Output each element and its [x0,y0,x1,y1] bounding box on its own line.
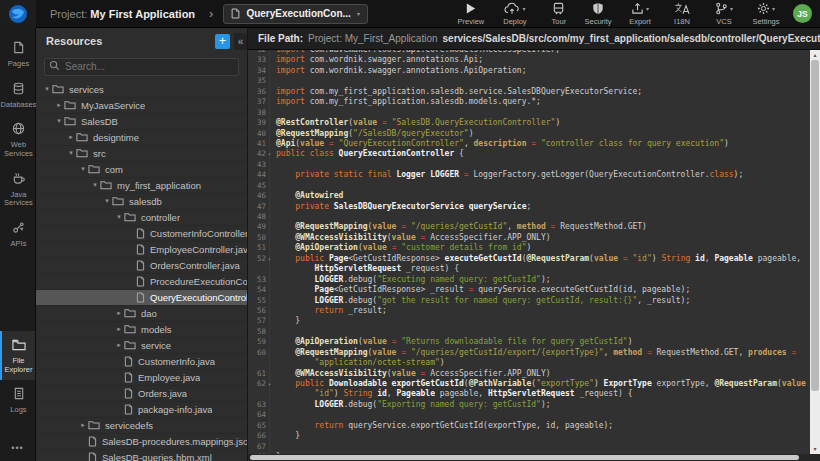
code-line[interactable]: 48 [248,212,810,222]
tree-folder-com[interactable]: ▾com [36,162,247,178]
tree-expand-arrow-icon[interactable]: ▸ [114,309,124,317]
code-line[interactable]: HttpServletRequest _request) { [248,264,810,274]
code-line[interactable]: 33import com.wordnik.swagger.annotations… [248,55,810,65]
code-line[interactable]: 42▾public class QueryExecutionController… [248,149,810,159]
tree-expand-arrow-icon[interactable]: ▸ [114,341,124,349]
tree-file-CustomerInfoController.java[interactable]: CustomerInfoController.java [36,226,247,242]
tree-file-CustomerInfo.java[interactable]: CustomerInfo.java [36,354,247,370]
tree-folder-services[interactable]: ▾services [36,82,247,98]
tree-collapse-arrow-icon[interactable]: ▾ [90,181,100,189]
sidebar-item-file-explorer[interactable]: FileExplorer [0,331,35,380]
sidebar-item-apis[interactable]: APIs [0,214,35,255]
vertical-scrollbar-thumb[interactable] [811,60,819,391]
tree-file-QueryExecutionController.java[interactable]: QueryExecutionController.java [36,290,247,306]
code-line[interactable]: 63 LOGGER.debug("Exporting named query: … [248,400,810,410]
sidebar-item-logs[interactable]: Logs [0,380,35,421]
tree-folder-my_first_application[interactable]: ▾my_first_application [36,178,247,194]
fold-marker-icon[interactable]: ▾ [268,254,271,264]
code-line[interactable]: 51 @ApiOperation(value = "customer detai… [248,243,810,253]
code-line[interactable]: 36import com.my_first_application.salesd… [248,87,810,97]
code-line[interactable]: 46 @Autowired [248,191,810,201]
tree-expand-arrow-icon[interactable]: ▸ [114,325,124,333]
tree-collapse-arrow-icon[interactable]: ▾ [42,85,52,93]
code-line[interactable]: 39@RestController(value = "SalesDB.Query… [248,118,810,128]
code-line[interactable]: 49 @RequestMapping(value = "/queries/get… [248,222,810,232]
code-line[interactable]: 54 Page<GetCustIdResponse> _result = que… [248,285,810,295]
tree-expand-arrow-icon[interactable]: ▸ [78,421,88,429]
tree-folder-MyJavaService[interactable]: ▸MyJavaService [36,98,247,114]
sidebar-item-pages[interactable]: Pages [0,34,35,75]
code-line[interactable]: 41@Api(value = "QueryExecutionController… [248,139,810,149]
code-line[interactable]: 37import com.my_first_application.salesd… [248,97,810,107]
tree-file-Orders.java[interactable]: Orders.java [36,386,247,402]
code-line[interactable]: 47 private SalesDBQueryExecutorService q… [248,202,810,212]
user-avatar[interactable]: JS [793,4,812,23]
code-line[interactable]: 58 [248,327,810,337]
code-line[interactable]: 52▾ public Page<GetCustIdResponse> execu… [248,254,810,264]
code-line[interactable]: 38 [248,108,810,118]
tree-folder-designtime[interactable]: ▸designtime [36,130,247,146]
collapse-panel-button[interactable]: « [234,33,247,50]
tree-expand-arrow-icon[interactable]: ▸ [54,101,64,109]
code-line[interactable]: 40@RequestMapping("/SalesDB/queryExecuto… [248,129,810,139]
code-line[interactable]: 67 [248,442,810,452]
tree-file-ProcedureExecutionController.java[interactable]: ProcedureExecutionController.java [36,274,247,290]
code-line[interactable]: 55 LOGGER.debug("got the result for name… [248,296,810,306]
security-button[interactable]: Security [583,2,613,26]
sidebar-item-web-services[interactable]: WebServices [0,115,35,164]
open-file-dropdown[interactable]: QueryExecutionCon... ▾ [223,4,367,24]
preview-button[interactable]: Preview [456,2,486,26]
code-line[interactable]: 65 return queryService.exportGetCustId(e… [248,421,810,431]
tree-file-EmployeeController.java[interactable]: EmployeeController.java [36,242,247,258]
tree-folder-src[interactable]: ▾src [36,146,247,162]
tree-file-SalesDB-queries.hbm.xml[interactable]: SalesDB-queries.hbm.xml [36,450,247,461]
code-line[interactable]: "application/octet-stream") [248,358,810,368]
i18n-button[interactable]: I18N [667,2,697,26]
tree-folder-controller[interactable]: ▾controller [36,210,247,226]
add-resource-button[interactable]: + [215,34,230,49]
vcs-button[interactable]: ▾VCS [709,2,739,26]
scroll-down-arrow-icon[interactable]: ▾ [810,444,820,454]
tree-collapse-arrow-icon[interactable]: ▾ [102,197,112,205]
code-line[interactable]: 43 [248,160,810,170]
code-line[interactable]: 64 [248,410,810,420]
deploy-button[interactable]: ▾Deploy [500,2,530,26]
code-line[interactable]: 61 @WMAccessVisibility(value = AccessSpe… [248,369,810,379]
code-line[interactable]: 60 @RequestMapping(value = "/queries/get… [248,348,810,358]
code-line[interactable]: 59 @ApiOperation(value = "Returns downlo… [248,337,810,347]
code-line[interactable]: 44 private static final Logger LOGGER = … [248,170,810,180]
search-input[interactable] [44,58,239,76]
export-button[interactable]: ▾Export [625,2,655,26]
fold-marker-icon[interactable]: ▾ [268,379,271,389]
tree-file-Employee.java[interactable]: Employee.java [36,370,247,386]
code-line[interactable]: 66 } [248,431,810,441]
code-line[interactable]: 53 LOGGER.debug("Executing named query: … [248,275,810,285]
code-line[interactable]: 45 [248,181,810,191]
code-line[interactable]: 57 } [248,316,810,326]
code-editor[interactable]: 32import com.wavemaker.tools.api.core.mo… [248,50,820,454]
tree-folder-SalesDB[interactable]: ▾SalesDB [36,114,247,130]
tree-file-package-info.java[interactable]: package-info.java [36,402,247,418]
wavemaker-logo-icon[interactable] [0,0,36,28]
horizontal-scrollbar-thumb[interactable] [250,455,799,460]
sidebar-item-java-services[interactable]: JavaServices [0,165,35,214]
tree-collapse-arrow-icon[interactable]: ▾ [66,149,76,157]
tree-file-OrdersController.java[interactable]: OrdersController.java [36,258,247,274]
sidebar-item-databases[interactable]: Databases [0,75,35,116]
more-options-icon[interactable]: ••• [0,437,35,461]
tree-collapse-arrow-icon[interactable]: ▾ [54,117,64,125]
project-breadcrumb[interactable]: Project: My First Application [50,8,195,20]
tree-folder-salesdb[interactable]: ▾salesdb [36,194,247,210]
tree-expand-arrow-icon[interactable]: ▸ [66,133,76,141]
tree-folder-dao[interactable]: ▸dao [36,306,247,322]
tour-button[interactable]: Tour [544,2,574,26]
fold-marker-icon[interactable]: ▾ [268,149,271,159]
code-line[interactable]: "id") String id, Pageable pageable, Http… [248,389,810,399]
scroll-up-arrow-icon[interactable]: ▴ [810,50,820,60]
code-line[interactable]: 62▾ public Downloadable exportGetCustId(… [248,379,810,389]
tree-folder-service[interactable]: ▸service [36,338,247,354]
code-line[interactable]: 34import com.wordnik.swagger.annotations… [248,66,810,76]
code-line[interactable]: 35 [248,76,810,86]
tree-folder-servicedefs[interactable]: ▸servicedefs [36,418,247,434]
settings-button[interactable]: ▾Settings [751,2,781,26]
